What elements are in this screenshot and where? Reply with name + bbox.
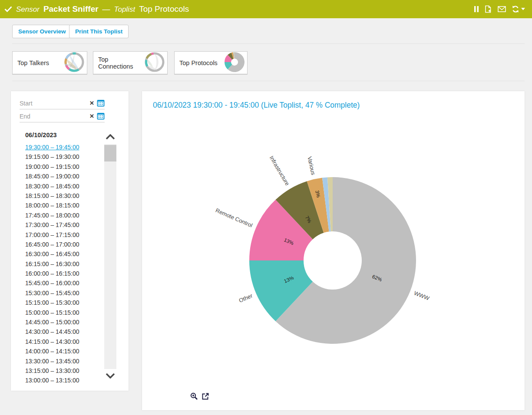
refresh-icon[interactable]: [512, 5, 519, 13]
email-icon[interactable]: [498, 6, 506, 12]
scrollbar-thumb[interactable]: [104, 145, 116, 161]
slice-name-label: Other: [238, 292, 254, 304]
report-add-icon[interactable]: [485, 5, 492, 13]
slice-name-label: Remote Control: [215, 207, 254, 229]
end-date-input[interactable]: [20, 113, 87, 120]
header-toplist-name: Top Protocols: [139, 4, 189, 14]
caret-down-icon[interactable]: [521, 8, 525, 10]
tab-top-talkers[interactable]: Top Talkers: [12, 51, 87, 74]
interval-link[interactable]: 14:15:00 – 14:30:00: [25, 337, 79, 346]
pause-icon[interactable]: [474, 6, 479, 13]
interval-link[interactable]: 17:45:00 – 18:00:00: [25, 211, 79, 220]
header-sensor-name: Packet Sniffer: [43, 4, 99, 14]
slice-name-label: Various: [306, 156, 317, 176]
interval-link[interactable]: 17:00:00 – 17:15:00: [25, 230, 79, 240]
interval-link[interactable]: 16:00:00 – 16:15:00: [25, 269, 79, 278]
start-date-input[interactable]: [20, 100, 87, 107]
interval-link[interactable]: 13:15:00 – 13:30:00: [25, 366, 79, 375]
header-kind-label: Sensor: [16, 5, 40, 14]
interval-link[interactable]: 16:30:00 – 16:45:00: [25, 249, 79, 259]
header-separator: —: [102, 5, 110, 14]
interval-date-header: 06/10/2023: [25, 132, 57, 138]
divider: [12, 81, 525, 81]
zoom-in-icon[interactable]: [190, 392, 198, 400]
interval-link[interactable]: 15:15:00 – 15:30:00: [25, 298, 79, 307]
end-date-row: ✕: [20, 110, 105, 122]
slice-name-label: WWW: [413, 290, 430, 302]
top-protocols-donut-chart: 62%WWW13%Other13%Remote Control7%Infrast…: [142, 109, 525, 395]
interval-link[interactable]: 17:30:00 – 17:45:00: [25, 220, 79, 230]
interval-link[interactable]: 15:45:00 – 16:00:00: [25, 278, 79, 288]
interval-link[interactable]: 18:00:00 – 18:15:00: [25, 201, 79, 210]
toplist-sidebar: ✕ ✕ 06/10/2023: [11, 91, 129, 391]
interval-link[interactable]: 14:45:00 – 15:00:00: [25, 317, 79, 327]
interval-link[interactable]: 16:45:00 – 17:00:00: [25, 240, 79, 249]
interval-link[interactable]: 15:00:00 – 15:15:00: [25, 308, 79, 317]
sensor-overview-button[interactable]: Sensor Overview: [12, 25, 72, 38]
interval-link[interactable]: 19:15:00 – 19:30:00: [25, 152, 79, 161]
check-icon: [4, 6, 12, 12]
interval-link[interactable]: 18:30:00 – 18:45:00: [25, 181, 79, 191]
interval-link[interactable]: 14:00:00 – 14:15:00: [25, 346, 79, 356]
interval-link[interactable]: 19:30:00 – 19:45:00: [25, 142, 79, 152]
header-bar: Sensor Packet Sniffer — Toplist Top Prot…: [0, 0, 532, 18]
tab-top-connections-label: Top Connections: [98, 56, 144, 70]
external-link-icon[interactable]: [202, 392, 209, 400]
tab-top-protocols[interactable]: Top Protocols: [174, 51, 248, 74]
toplist-chart-panel: 06/10/2023 19:30:00 - 19:45:00 (Live Top…: [142, 91, 525, 410]
header-subkind-label: Toplist: [114, 5, 135, 14]
top-talkers-thumbnail: [64, 52, 85, 74]
top-protocols-thumbnail: [224, 52, 245, 74]
interval-link[interactable]: 16:15:00 – 16:30:00: [25, 259, 79, 269]
clear-end-icon[interactable]: ✕: [89, 113, 94, 119]
clear-start-icon[interactable]: ✕: [89, 100, 94, 106]
interval-link[interactable]: 19:00:00 – 19:15:00: [25, 162, 79, 171]
scrollbar-track[interactable]: [104, 144, 116, 369]
interval-link[interactable]: 13:30:00 – 13:45:00: [25, 356, 79, 366]
refresh-control[interactable]: [512, 5, 525, 13]
tab-top-talkers-label: Top Talkers: [17, 59, 49, 66]
slice-name-label: Infrastructure: [268, 155, 291, 187]
interval-link[interactable]: 18:45:00 – 19:00:00: [25, 171, 79, 181]
interval-link[interactable]: 13:00:00 – 13:15:00: [25, 375, 79, 385]
interval-link[interactable]: 18:15:00 – 18:30:00: [25, 191, 79, 201]
divider: [12, 43, 525, 44]
scroll-down-button[interactable]: [104, 370, 116, 381]
scroll-up-button[interactable]: [104, 131, 116, 142]
top-connections-thumbnail: [144, 52, 165, 74]
calendar-start-icon[interactable]: [97, 99, 105, 107]
calendar-end-icon[interactable]: [97, 112, 105, 120]
interval-link[interactable]: 15:30:00 – 15:45:00: [25, 288, 79, 298]
print-toplist-button[interactable]: Print This Toplist: [69, 25, 129, 38]
start-date-row: ✕: [20, 97, 105, 109]
tab-top-protocols-label: Top Protocols: [179, 59, 218, 66]
interval-link[interactable]: 14:30:00 – 14:45:00: [25, 327, 79, 336]
tab-top-connections[interactable]: Top Connections: [93, 51, 168, 74]
interval-list: 19:30:00 – 19:45:0019:15:00 – 19:30:0019…: [25, 142, 79, 385]
